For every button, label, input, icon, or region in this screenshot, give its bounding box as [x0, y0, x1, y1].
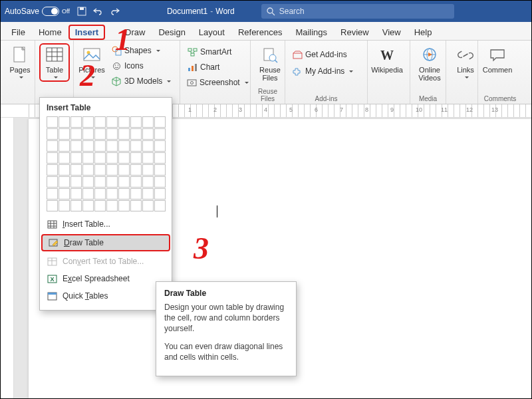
my-addins-label: My Add-ins: [305, 66, 344, 76]
group-media: OnlineVideos Media: [410, 41, 446, 104]
toggle-off-icon[interactable]: [42, 7, 59, 16]
svg-rect-21: [192, 66, 194, 71]
group-reuse: ReuseFiles Reuse Files: [251, 41, 285, 104]
group-addins: Get Add-ins My Add-ins Add-ins: [285, 41, 368, 104]
menu-quick-tables[interactable]: Quick Tables ▶: [40, 287, 172, 305]
tab-layout[interactable]: Layout: [192, 25, 231, 40]
tab-insert[interactable]: Insert: [68, 25, 105, 40]
screenshot-button[interactable]: Screenshot: [184, 75, 246, 90]
tab-home[interactable]: Home: [32, 25, 68, 40]
reuse-l1: Reuse: [259, 66, 281, 74]
tab-help[interactable]: Help: [408, 25, 439, 40]
title-dash: -: [210, 7, 213, 16]
svg-rect-23: [188, 80, 196, 86]
smartart-button[interactable]: SmartArt: [184, 45, 246, 59]
tab-file[interactable]: File: [5, 25, 32, 40]
comment-button[interactable]: Commen: [482, 43, 513, 74]
addins-group-label: Add-ins: [285, 95, 367, 102]
doc-name: Document1: [167, 7, 207, 16]
icons-label: Icons: [124, 61, 144, 70]
tab-view[interactable]: View: [376, 25, 408, 40]
addins-icon: [292, 66, 303, 76]
online-l2: Videos: [418, 74, 440, 82]
group-pages: Pages: [1, 41, 35, 104]
svg-point-14: [113, 63, 120, 69]
tooltip-p1: Design your own table by drawing the cel…: [164, 302, 288, 334]
autosave-label: AutoSave: [5, 7, 39, 16]
save-icon[interactable]: [76, 6, 87, 17]
menu-convert-label: Convert Text to Table...: [63, 257, 144, 266]
redo-icon[interactable]: [110, 6, 120, 17]
smartart-label: SmartArt: [200, 47, 231, 57]
tab-mailings[interactable]: Mailings: [289, 25, 334, 40]
online-l1: Online: [419, 66, 440, 74]
menu-draw-label: Draw Table: [64, 238, 104, 247]
table-size-grid[interactable]: [47, 116, 165, 211]
link-icon: [456, 46, 475, 65]
svg-rect-19: [191, 53, 194, 56]
draw-table-icon: [48, 237, 59, 248]
comment-label: Commen: [483, 66, 513, 74]
svg-rect-1: [80, 7, 84, 10]
links-button[interactable]: Links: [450, 43, 481, 79]
menu-draw-table[interactable]: Draw Table: [41, 234, 170, 251]
tab-review[interactable]: Review: [334, 25, 376, 40]
page-icon: [11, 46, 29, 65]
reuse-group-label: Reuse Files: [251, 88, 285, 102]
vertical-ruler[interactable]: [1, 118, 14, 398]
svg-point-24: [191, 81, 194, 84]
table-dropdown-menu: Insert Table Insert Table... Draw Table …: [39, 97, 172, 311]
tooltip-p2: You can even draw diagonal lines and cel…: [164, 341, 288, 362]
reuse-files-button[interactable]: ReuseFiles: [255, 43, 285, 82]
tab-design[interactable]: Design: [152, 25, 192, 40]
group-comments: Commen Comments: [478, 41, 522, 104]
smartart-icon: [187, 47, 198, 57]
group-illustrations2: SmartArt Chart Screenshot: [180, 41, 251, 104]
tab-references[interactable]: References: [231, 25, 289, 40]
quick-tables-icon: [47, 291, 57, 301]
search-icon: [267, 7, 275, 16]
group-wikipedia: W Wikipedia: [368, 41, 410, 104]
models-label: 3D Models: [124, 76, 162, 86]
store-icon: [292, 49, 303, 60]
group-tables: Table: [35, 41, 74, 104]
pages-button[interactable]: Pages: [5, 43, 35, 79]
svg-line-27: [275, 60, 277, 63]
menu-convert-text: Convert Text to Table...: [40, 253, 172, 270]
table-button[interactable]: Table: [39, 43, 70, 82]
text-cursor: [217, 205, 217, 217]
svg-rect-5: [47, 48, 63, 61]
svg-rect-17: [188, 49, 192, 51]
svg-line-3: [272, 13, 275, 15]
title-bar: AutoSave Off Document1 - Word Search: [1, 1, 531, 22]
undo-icon[interactable]: [92, 6, 103, 17]
icons-icon: [111, 61, 122, 71]
svg-rect-32: [48, 221, 57, 228]
3d-models-button[interactable]: 3D Models: [108, 74, 174, 88]
wikipedia-button[interactable]: W Wikipedia: [372, 43, 402, 74]
links-label: Links: [457, 66, 474, 74]
menu-insert-table[interactable]: Insert Table...: [40, 215, 172, 233]
table-icon: [45, 46, 64, 65]
annotation-1: 1: [115, 22, 130, 57]
menu-excel-spreadsheet[interactable]: X Excel Spreadsheet: [40, 270, 172, 287]
menu-quick-label: Quick Tables: [63, 291, 108, 301]
my-addins-button[interactable]: My Add-ins: [289, 64, 363, 78]
wikipedia-label: Wikipedia: [371, 66, 403, 74]
reuse-icon: [261, 46, 279, 65]
app-name: Word: [215, 7, 234, 16]
search-box[interactable]: Search: [261, 4, 454, 19]
wikipedia-icon: W: [378, 46, 396, 65]
autosave-state: Off: [62, 8, 70, 15]
get-addins-button[interactable]: Get Add-ins: [289, 47, 363, 62]
ribbon-tabs: File Home Insert Draw Design Layout Refe…: [1, 22, 531, 41]
menu-excel-label: Excel Spreadsheet: [63, 274, 130, 283]
icons-button[interactable]: Icons: [108, 59, 174, 73]
chart-button[interactable]: Chart: [184, 60, 246, 74]
svg-rect-28: [293, 53, 302, 59]
video-icon: [420, 46, 439, 65]
autosave-toggle[interactable]: AutoSave Off: [5, 7, 70, 16]
chart-label: Chart: [200, 63, 219, 72]
svg-text:X: X: [50, 276, 54, 283]
online-videos-button[interactable]: OnlineVideos: [414, 43, 445, 82]
